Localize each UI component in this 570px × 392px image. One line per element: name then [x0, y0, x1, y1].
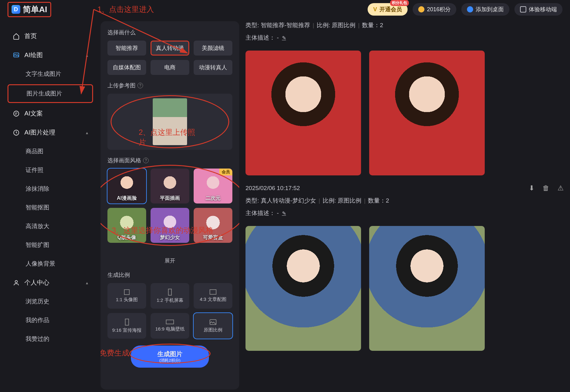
nav-img2img[interactable]: 图片生成图片	[7, 84, 93, 103]
result-block: 2025/02/06 10:17:52⬇🗑⚠类型: 真人转动漫-梦幻少女|比例:…	[245, 184, 564, 351]
style-card[interactable]: 会员二次元	[194, 169, 232, 203]
what-option[interactable]: 电商	[151, 60, 189, 75]
edit-icon[interactable]: ✎	[282, 211, 286, 216]
process-icon	[12, 129, 20, 136]
ratio-section: 生成比例 1:1 头像图1:2 手机屏幕4:3 文章配图9:16 宣传海报16:…	[107, 271, 232, 339]
nav-personal-label: 个人中心	[24, 278, 49, 287]
coin-icon	[418, 6, 424, 12]
meta-type: 智能推荐-智能推荐	[261, 22, 310, 28]
nav-personal-item[interactable]: 我赞过的	[7, 331, 93, 347]
nav-ai-draw[interactable]: AI绘图 ▴	[7, 47, 93, 64]
download-icon[interactable]: ⬇	[529, 184, 534, 192]
ratio-option[interactable]: 9:16 宣传海报	[107, 313, 146, 339]
generate-sublabel: (消耗2积分)	[131, 358, 209, 363]
nav-home[interactable]: 首页	[7, 27, 93, 45]
report-icon[interactable]: ⚠	[558, 184, 564, 192]
nav-text2img[interactable]: 文字生成图片	[7, 66, 93, 82]
style-card[interactable]: 梦幻少女	[151, 208, 189, 243]
nav-ai-imgproc-label: AI图片处理	[24, 128, 55, 137]
ratio-label: 原图比例	[204, 327, 222, 333]
sidebar: 首页 AI绘图 ▴ 文字生成图片 图片生成图片 AI文案	[0, 19, 101, 392]
nav-personal-item[interactable]: 浏览历史	[7, 293, 93, 310]
result-meta: 类型: 智能推荐-智能推荐|比例: 原图比例|数量：2	[245, 21, 564, 29]
desc-value: -	[277, 34, 279, 41]
delete-icon[interactable]: 🗑	[543, 184, 549, 192]
generate-section: 点这里免费生成 生成图片 (消耗2积分)	[107, 345, 232, 368]
expand-styles[interactable]: 展开	[107, 257, 232, 264]
svg-point-3	[15, 280, 17, 282]
add-desktop-button[interactable]: 添加到桌面	[461, 3, 509, 16]
meta-ratio: 原图比例	[332, 22, 355, 28]
generate-button[interactable]: 生成图片 (消耗2积分)	[131, 345, 209, 368]
style-label-text: 选择画面风格	[107, 157, 141, 164]
nav-home-label: 首页	[24, 32, 37, 40]
brand-logo[interactable]: D 简单AI	[7, 2, 51, 17]
config-panel: 选择画什么 智能推荐真人转动漫美颜滤镜自媒体配图电商动漫转真人 上传参考图 ? …	[101, 21, 239, 390]
gift-badge: 积分礼包	[390, 0, 409, 6]
result-actions: ⬇🗑⚠	[529, 184, 564, 192]
style-card[interactable]: 平面插画	[151, 169, 189, 203]
desc-label: 主体描述：	[245, 34, 275, 41]
style-card[interactable]: 可爱盲盒	[194, 208, 232, 243]
upload-area[interactable]: 2、点这里上传照片	[107, 94, 232, 150]
what-option[interactable]: 真人转动漫	[151, 41, 189, 56]
result-image[interactable]	[369, 226, 485, 351]
nav-proc-item[interactable]: 商品图	[7, 143, 93, 160]
nav-ai-draw-label: AI绘图	[24, 51, 43, 59]
nav-personal-label: 我的作品	[26, 316, 49, 324]
nav-proc-item[interactable]: 智能扩图	[7, 237, 93, 253]
points-pill[interactable]: 2016积分	[413, 3, 456, 16]
nav-img2img-label: 图片生成图片	[27, 90, 62, 98]
style-card[interactable]: Q版头像	[107, 208, 146, 243]
ratio-option[interactable]: 4:3 文章配图	[194, 283, 232, 309]
style-name: 平面插画	[151, 195, 189, 202]
nav-ai-imgproc[interactable]: AI图片处理 ▴	[7, 124, 93, 141]
help-icon[interactable]: ?	[137, 83, 143, 88]
ratio-option[interactable]: 1:2 手机屏幕	[151, 283, 189, 309]
generate-label: 生成图片	[131, 350, 209, 358]
desc-value: -	[277, 210, 279, 216]
what-option[interactable]: 自媒体配图	[107, 60, 146, 75]
original-ratio-icon	[209, 319, 217, 325]
ratio-label: 4:3 文章配图	[200, 296, 226, 302]
result-image[interactable]	[245, 51, 361, 175]
download-icon	[467, 6, 473, 12]
nav-proc-item[interactable]: 高清放大	[7, 218, 93, 235]
vip-tag: 会员	[219, 169, 232, 175]
what-option[interactable]: 动漫转真人	[194, 60, 232, 75]
vip-button[interactable]: V 开通会员 积分礼包	[368, 3, 408, 16]
home-icon	[12, 32, 20, 40]
ratio-option[interactable]: 1:1 头像图	[107, 283, 146, 309]
logo-icon: D	[12, 5, 20, 14]
nav-proc-label: 人像换背景	[26, 260, 55, 268]
nav-personal[interactable]: 个人中心 ▴	[7, 274, 93, 291]
result-image[interactable]	[245, 226, 361, 351]
chevron-up-icon: ▴	[86, 280, 88, 285]
nav-proc-label: 证件照	[26, 166, 43, 174]
style-card[interactable]: AI漫画脸	[107, 169, 146, 203]
text-icon	[12, 110, 20, 117]
help-icon[interactable]: ?	[143, 158, 149, 163]
meta-ratio-label: 比例:	[323, 197, 338, 204]
nav-proc-item[interactable]: 人像换背景	[7, 255, 93, 272]
edit-icon[interactable]: ✎	[282, 35, 286, 41]
meta-qty-label: 数量：	[362, 22, 380, 28]
ratio-label: 1:2 手机屏幕	[156, 297, 183, 303]
nav-proc-item[interactable]: 证件照	[7, 162, 93, 179]
nav-personal-item[interactable]: 我的作品	[7, 312, 93, 329]
what-option[interactable]: 美颜滤镜	[194, 41, 232, 56]
annotation-4: 点这里免费生成	[101, 348, 129, 358]
nav-proc-item[interactable]: 涂抹消除	[7, 180, 93, 197]
nav-proc-item[interactable]: 智能抠图	[7, 199, 93, 216]
result-image[interactable]	[369, 51, 485, 175]
style-name: 梦幻少女	[151, 234, 189, 241]
ratio-option[interactable]: 16:9 电脑壁纸	[151, 313, 189, 339]
vip-prefix-icon: V	[373, 6, 377, 13]
nav-ai-copy[interactable]: AI文案	[7, 105, 93, 122]
result-header: 2025/02/06 10:17:52⬇🗑⚠	[245, 184, 564, 192]
mobile-button[interactable]: 体验移动端	[514, 3, 563, 16]
what-option[interactable]: 智能推荐	[107, 41, 146, 56]
ratio-shape-icon	[124, 289, 130, 295]
style-name: Q版头像	[107, 234, 146, 241]
ratio-option[interactable]: 原图比例	[194, 313, 232, 339]
